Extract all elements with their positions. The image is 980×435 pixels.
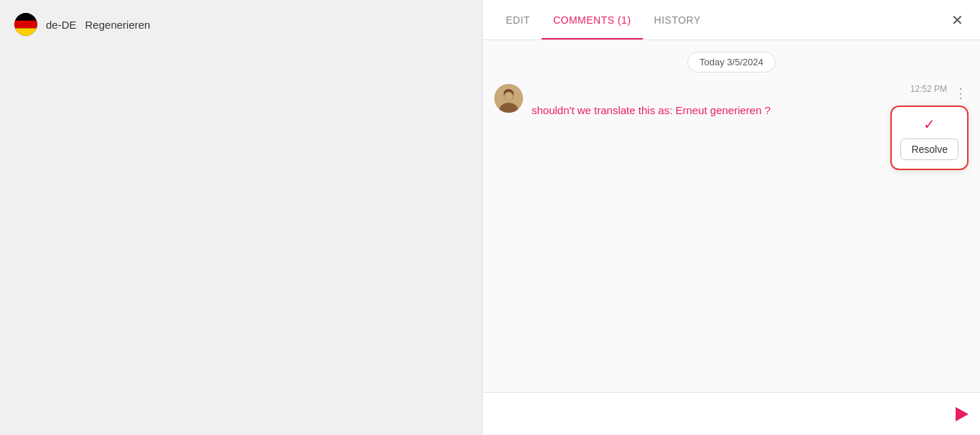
right-panel: EDIT COMMENTS (1) HISTORY ✕ Today 3/5/20… — [482, 0, 980, 435]
resolve-popup: ✓ Resolve — [890, 106, 969, 170]
svg-rect-4 — [14, 28, 37, 36]
input-area — [483, 392, 980, 435]
close-button[interactable]: ✕ — [946, 9, 969, 32]
locale-label: Regenerieren — [85, 19, 151, 31]
comment-time: 12:52 PM — [910, 84, 947, 94]
comment-input[interactable] — [494, 408, 947, 420]
more-options-icon[interactable]: ⋮ — [953, 84, 969, 103]
tab-comments[interactable]: COMMENTS (1) — [542, 0, 643, 39]
svg-point-11 — [504, 92, 513, 100]
tab-edit[interactable]: EDIT — [494, 0, 542, 39]
send-button[interactable] — [956, 407, 969, 421]
date-badge: Today 3/5/2024 — [494, 52, 969, 72]
comments-area: Today 3/5/2024 12:52 PM — [483, 40, 980, 392]
flag-icon — [14, 13, 37, 36]
comment-item: 12:52 PM ⋮ shouldn't we translate this a… — [494, 84, 969, 119]
date-label: Today 3/5/2024 — [687, 52, 776, 72]
avatar — [494, 84, 523, 113]
comment-meta: 12:52 PM ⋮ — [532, 84, 969, 103]
left-panel: de-DE Regenerieren — [0, 0, 482, 435]
svg-rect-3 — [14, 21, 37, 29]
tabs-bar: EDIT COMMENTS (1) HISTORY ✕ — [483, 0, 980, 40]
resolve-check-icon[interactable]: ✓ — [923, 116, 936, 133]
locale-info: de-DE Regenerieren — [14, 13, 150, 36]
send-arrow-icon — [956, 407, 969, 421]
resolve-button[interactable]: Resolve — [900, 139, 958, 160]
locale-code: de-DE — [46, 19, 77, 31]
svg-rect-2 — [14, 13, 37, 21]
tab-history[interactable]: HISTORY — [643, 0, 712, 39]
